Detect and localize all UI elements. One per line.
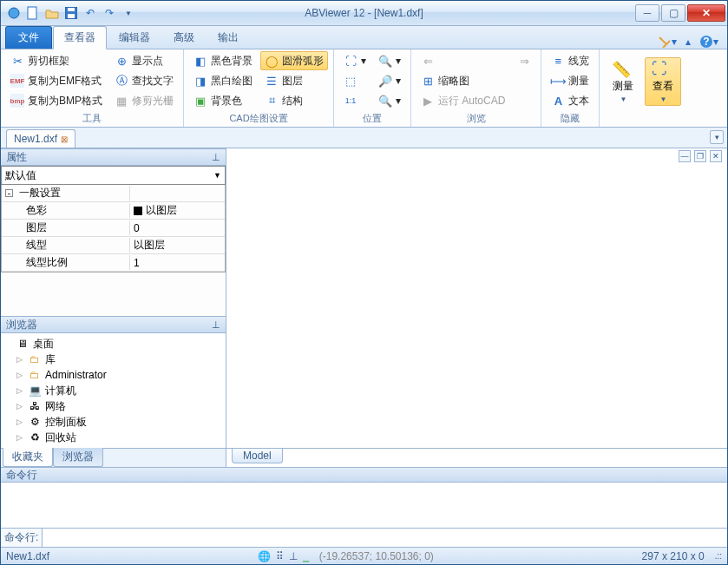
redo-icon[interactable]: ↷ <box>102 5 117 21</box>
copy-bmp-button[interactable]: bmp复制为BMP格式 <box>6 91 107 110</box>
status-globe-icon[interactable]: 🌐 <box>258 550 271 562</box>
close-tab-icon[interactable]: ⊠ <box>61 135 68 144</box>
maximize-button[interactable]: ▢ <box>661 4 685 22</box>
file-tab[interactable]: 文件 <box>5 26 52 49</box>
fit-window-button[interactable]: ⛶▾ <box>339 51 371 70</box>
scissors-icon: ✂ <box>10 54 24 68</box>
measure-button[interactable]: ⟼测量 <box>547 71 594 90</box>
style-dropdown-icon[interactable]: ▾ <box>658 36 677 48</box>
tree-computer[interactable]: ▷💻计算机 <box>4 383 222 398</box>
tree-network[interactable]: ▷🖧网络 <box>4 398 222 414</box>
drawing-canvas[interactable] <box>226 164 727 448</box>
pin-icon[interactable]: ⊥ <box>212 152 220 163</box>
canvas-minimize-icon[interactable]: — <box>679 150 691 162</box>
open-icon[interactable] <box>44 5 60 21</box>
ribbon-group-position: ⛶▾ ⬚ 1:1 🔍▾ 🔎▾ 🔍▾ 位置 <box>334 49 411 127</box>
prop-row-layer[interactable]: 图层0 <box>2 220 225 237</box>
editor-tab[interactable]: 编辑器 <box>108 26 161 49</box>
linewidth-button[interactable]: ≡线宽 <box>547 51 594 70</box>
big-measure-button[interactable]: 📏 测量 ▼ <box>605 57 641 106</box>
chevron-down-icon[interactable]: ▾ <box>710 130 724 144</box>
ribbon-group-hide: ≡线宽 ⟼测量 A文本 隐藏 <box>541 49 600 127</box>
user-folder-icon: 🗀 <box>28 369 42 381</box>
advanced-tab[interactable]: 高级 <box>162 26 206 49</box>
text-icon: A <box>551 94 565 108</box>
tree-library[interactable]: ▷🗀库 <box>4 351 222 367</box>
viewer-tab[interactable]: 查看器 <box>53 26 107 49</box>
document-tab[interactable]: New1.dxf ⊠ <box>6 129 75 148</box>
black-bg-button[interactable]: ◧黑色背景 <box>189 51 257 70</box>
prop-row-color[interactable]: 色彩以图层 <box>2 202 225 220</box>
layer-button[interactable]: ☰图层 <box>260 71 328 90</box>
prop-row-ltscale[interactable]: 线型比例1 <box>2 254 225 272</box>
layer-icon: ☰ <box>265 74 279 88</box>
status-dims: 297 x 210 x 0 <box>642 550 705 562</box>
default-combo[interactable]: 默认值▼ <box>1 166 226 185</box>
status-ortho-icon[interactable]: ⎯ <box>303 550 309 562</box>
help-icon[interactable]: ?▾ <box>699 35 718 49</box>
zoom-in-button[interactable]: 🔍▾ <box>374 51 405 70</box>
zoom-drop-button[interactable]: 🔍▾ <box>374 91 405 110</box>
zoom-out-button[interactable]: 🔎▾ <box>374 71 405 90</box>
qat-dropdown-icon[interactable]: ▼ <box>121 5 136 21</box>
find-text-button[interactable]: Ⓐ查找文字 <box>110 71 178 90</box>
command-input[interactable] <box>43 529 727 547</box>
show-point-button[interactable]: ⊕显示点 <box>110 51 178 70</box>
structure-button[interactable]: ⌗结构 <box>260 91 328 110</box>
zoom-1to1-button[interactable]: 1:1 <box>339 91 371 110</box>
tree-recycle[interactable]: ▷♻回收站 <box>4 430 222 445</box>
favorites-tab[interactable]: 收藏夹 <box>3 448 53 467</box>
ribbon-group-big: 📏 测量 ▼ ⛶ 查看 ▼ <box>600 49 686 127</box>
target-icon: ⊕ <box>115 54 128 68</box>
group-position-label: 位置 <box>339 110 405 128</box>
pin-icon[interactable]: ⊥ <box>212 319 220 331</box>
browser-tab[interactable]: 浏览器 <box>53 448 103 467</box>
minimize-button[interactable]: ─ <box>635 4 659 22</box>
prop-row-general[interactable]: - 一般设置 <box>2 185 225 202</box>
new-icon[interactable] <box>25 5 41 21</box>
tree-admin[interactable]: ▷🗀Administrator <box>4 367 222 383</box>
save-icon[interactable] <box>63 5 79 21</box>
left-sidebar: 属性 ⊥ 默认值▼ - 一般设置 色彩以图层 图层0 线型以图层 线型比例1 浏… <box>1 148 226 467</box>
bg-color-button[interactable]: ▣背景色 <box>189 91 257 110</box>
copy-emf-button[interactable]: EMF复制为EMF格式 <box>6 71 107 90</box>
big-view-button[interactable]: ⛶ 查看 ▼ <box>645 57 681 106</box>
close-button[interactable]: ✕ <box>687 4 725 22</box>
ribbon-group-browse: ⇐ ⊞缩略图 ▶运行 AutoCAD ⇒ 浏览 <box>411 49 541 127</box>
recycle-icon: ♻ <box>28 431 42 443</box>
next-icon: ⇒ <box>517 54 531 68</box>
bw-draw-button[interactable]: ◨黑白绘图 <box>189 71 257 90</box>
model-tab[interactable]: Model <box>232 449 283 463</box>
status-grid-icon[interactable]: ⠿ <box>276 550 284 562</box>
library-icon: 🗀 <box>28 353 42 365</box>
command-label: 命令行: <box>1 529 43 547</box>
big-ruler-icon: 📏 <box>612 60 634 77</box>
tree-control[interactable]: ▷⚙控制面板 <box>4 414 222 430</box>
group-cad-label: CAD绘图设置 <box>189 110 328 128</box>
chevron-up-icon[interactable]: ▴ <box>685 36 691 48</box>
zoomout-icon: 🔎 <box>378 74 392 88</box>
prop-row-linetype[interactable]: 线型以图层 <box>2 237 225 254</box>
smooth-arc-button[interactable]: ◯圆滑弧形 <box>260 51 328 70</box>
output-tab[interactable]: 输出 <box>207 26 250 49</box>
status-file: New1.dxf <box>6 550 49 562</box>
zoom-select-button[interactable]: ⬚ <box>339 71 371 90</box>
tree-desktop[interactable]: 🖥桌面 <box>4 336 222 351</box>
window-buttons: ─ ▢ ✕ <box>635 4 727 22</box>
status-resize-icon[interactable]: .:: <box>715 551 722 561</box>
app-icon[interactable] <box>6 5 22 21</box>
canvas-close-icon[interactable]: ✕ <box>710 150 722 162</box>
status-snap-icon[interactable]: ⊥ <box>289 550 298 562</box>
autocad-icon: ▶ <box>421 94 435 108</box>
undo-icon[interactable]: ↶ <box>82 5 98 21</box>
thumbnail-button[interactable]: ⊞缩略图 <box>416 71 509 90</box>
cut-frame-button[interactable]: ✂剪切框架 <box>6 51 107 70</box>
trim-arc-button: ▦修剪光栅 <box>110 91 178 110</box>
canvas-restore-icon[interactable]: ❐ <box>694 150 706 162</box>
quick-access-toolbar: ↶ ↷ ▼ <box>1 5 141 21</box>
status-icons[interactable]: 🌐 ⠿ ⊥ ⎯ <box>258 550 309 562</box>
computer-icon: 💻 <box>28 384 42 397</box>
desktop-icon: 🖥 <box>16 338 30 350</box>
text-button[interactable]: A文本 <box>547 91 594 110</box>
model-tabs: Model <box>226 448 727 467</box>
